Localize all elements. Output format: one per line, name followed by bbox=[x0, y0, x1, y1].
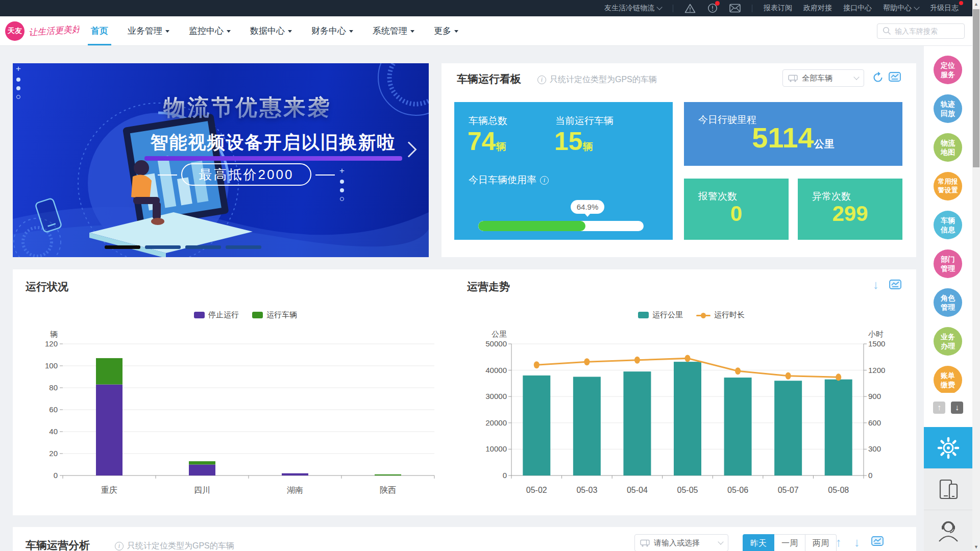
shortcut-page-down-button[interactable]: ↓ bbox=[951, 402, 963, 414]
svg-text:50000: 50000 bbox=[485, 339, 507, 348]
range-one-week-button[interactable]: 一周 bbox=[774, 534, 805, 551]
scrollbar-down-arrow[interactable]: ▼ bbox=[972, 543, 980, 551]
trend-chart-icon[interactable] bbox=[871, 536, 884, 547]
svg-text:辆: 辆 bbox=[50, 330, 58, 338]
divider bbox=[673, 5, 673, 12]
download-icon[interactable]: ↓ bbox=[873, 279, 879, 291]
info-icon: i bbox=[115, 542, 124, 550]
gear-icon bbox=[936, 436, 961, 460]
svg-text:60: 60 bbox=[49, 405, 58, 414]
carousel-dot[interactable] bbox=[226, 245, 261, 249]
operation-trend-chart: 0100002000030000400005000003006009001200… bbox=[475, 327, 898, 500]
nav-item-business[interactable]: 业务管理 bbox=[128, 16, 169, 45]
nav-item-home[interactable]: 首页 bbox=[91, 16, 108, 45]
company-name: 友生活冷链物流 bbox=[604, 4, 654, 13]
mileage-value: 5114公里 bbox=[684, 123, 902, 152]
svg-text:05-08: 05-08 bbox=[828, 486, 849, 494]
company-switcher[interactable]: 友生活冷链物流 bbox=[604, 4, 662, 13]
shortcut-location-service[interactable]: 定位服务 bbox=[934, 56, 962, 84]
trend-chart-icon[interactable] bbox=[889, 72, 901, 83]
svg-text:05-07: 05-07 bbox=[778, 486, 799, 494]
mail-icon[interactable] bbox=[729, 4, 741, 13]
svg-text:40000: 40000 bbox=[485, 366, 507, 374]
warning-icon[interactable] bbox=[684, 4, 696, 13]
caret-down-icon bbox=[288, 30, 292, 35]
chevron-down-icon bbox=[656, 4, 662, 10]
running-vehicles-label: 当前运行车辆 bbox=[555, 114, 614, 128]
legend-item-hours[interactable]: 运行时长 bbox=[696, 310, 745, 320]
caret-down-icon bbox=[454, 30, 458, 35]
svg-text:10000: 10000 bbox=[485, 444, 507, 453]
legend-swatch bbox=[638, 312, 649, 318]
alert-bell-icon[interactable] bbox=[707, 3, 718, 14]
scrollbar-thumb[interactable] bbox=[973, 9, 979, 167]
shortcut-alarm-settings[interactable]: 常用报警设置 bbox=[934, 172, 962, 201]
total-vehicles-label: 车辆总数 bbox=[469, 114, 507, 128]
range-yesterday-button[interactable]: 昨天 bbox=[743, 534, 774, 551]
panel-title: 车辆运行看板 bbox=[457, 72, 521, 86]
refresh-icon[interactable] bbox=[872, 71, 884, 84]
shortcut-role-mgmt[interactable]: 角色管理 bbox=[934, 288, 962, 317]
divider bbox=[752, 5, 752, 12]
svg-text:120: 120 bbox=[45, 339, 58, 348]
svg-text:小时: 小时 bbox=[868, 330, 884, 338]
link-api-center[interactable]: 接口中心 bbox=[843, 4, 872, 13]
usage-progress-bar bbox=[478, 221, 644, 231]
svg-text:900: 900 bbox=[868, 392, 881, 400]
shortcut-vehicle-info[interactable]: 车辆信息 bbox=[934, 211, 962, 239]
alarm-value: 0 bbox=[684, 203, 789, 224]
running-status-title: 运行状况 bbox=[26, 280, 68, 294]
customer-service-button[interactable] bbox=[924, 510, 972, 551]
svg-text:重庆: 重庆 bbox=[101, 486, 117, 494]
carousel-dot[interactable] bbox=[185, 245, 221, 249]
trend-chart-icon[interactable] bbox=[889, 280, 901, 291]
banner-subline: 智能视频设备开启以旧换新啦 bbox=[140, 131, 406, 155]
alarm-count-card: 报警次数 0 bbox=[684, 179, 789, 240]
caret-down-icon bbox=[227, 30, 231, 35]
link-government[interactable]: 政府对接 bbox=[803, 4, 832, 13]
shortcut-track-replay[interactable]: 轨迹回放 bbox=[934, 94, 962, 123]
svg-text:陕西: 陕西 bbox=[380, 486, 396, 494]
svg-text:600: 600 bbox=[868, 418, 881, 427]
caret-down-icon bbox=[349, 30, 353, 35]
nav-item-monitor[interactable]: 监控中心 bbox=[189, 16, 231, 45]
shortcut-department-mgmt[interactable]: 部门管理 bbox=[934, 249, 962, 278]
nav-item-more[interactable]: 更多 bbox=[434, 16, 458, 45]
banner-underline-bar bbox=[144, 156, 402, 161]
arrow-down-icon[interactable]: ↓ bbox=[854, 536, 860, 548]
settings-button[interactable] bbox=[924, 427, 972, 468]
search-input[interactable] bbox=[895, 27, 959, 35]
link-upgrade-log[interactable]: 升级日志 bbox=[930, 4, 959, 13]
legend-item-stopped[interactable]: 停止运行 bbox=[194, 310, 239, 320]
scrollbar-up-arrow[interactable]: ▲ bbox=[972, 0, 980, 8]
vehicle-filter-select[interactable]: 全部车辆 bbox=[782, 69, 864, 87]
svg-text:20000: 20000 bbox=[485, 418, 507, 427]
range-two-weeks-button[interactable]: 两周 bbox=[805, 534, 837, 551]
svg-text:0: 0 bbox=[503, 471, 507, 480]
running-status-chart: 020406080100120辆重庆四川湖南陕西 bbox=[33, 327, 442, 500]
nav-item-data-center[interactable]: 数据中心 bbox=[250, 16, 292, 45]
legend-item-running[interactable]: 运行车辆 bbox=[252, 310, 297, 320]
info-icon: i bbox=[540, 176, 549, 185]
nav-item-finance[interactable]: 财务中心 bbox=[311, 16, 353, 45]
nav-item-system[interactable]: 系统管理 bbox=[373, 16, 414, 45]
arrow-up-icon[interactable]: ↑ bbox=[836, 536, 842, 548]
shortcut-bill-payment[interactable]: 账单缴费 bbox=[934, 366, 962, 393]
mobile-app-button[interactable] bbox=[924, 468, 972, 510]
mobile-devices-icon bbox=[937, 477, 960, 502]
gps-hint: i 只统计定位类型为GPS的车辆 bbox=[115, 541, 234, 551]
link-help-center[interactable]: 帮助中心 bbox=[883, 4, 919, 13]
analysis-vehicle-select[interactable]: 请输入或选择 bbox=[634, 534, 728, 551]
fleet-stats-card: 车辆总数 74辆 当前运行车辆 15辆 今日车辆使用率 i 64.9% bbox=[454, 102, 673, 240]
svg-text:05-05: 05-05 bbox=[677, 486, 698, 494]
operation-trend-title: 运营走势 bbox=[467, 280, 510, 294]
carousel-dot[interactable] bbox=[105, 245, 140, 249]
promo-banner[interactable]: + + 物流节优惠来袭 智能视频设备开启以旧换新啦 最高抵价2000 bbox=[13, 63, 429, 257]
shortcut-logistics-map[interactable]: 物流地图 bbox=[934, 133, 962, 162]
legend-item-km[interactable]: 运行公里 bbox=[638, 310, 683, 320]
shortcut-page-up-button[interactable]: ↑ bbox=[933, 402, 945, 414]
shortcut-business-handle[interactable]: 业务办理 bbox=[934, 327, 962, 356]
link-report-subscribe[interactable]: 报表订阅 bbox=[764, 4, 792, 13]
svg-text:公里: 公里 bbox=[492, 330, 507, 338]
carousel-dot[interactable] bbox=[145, 245, 181, 249]
